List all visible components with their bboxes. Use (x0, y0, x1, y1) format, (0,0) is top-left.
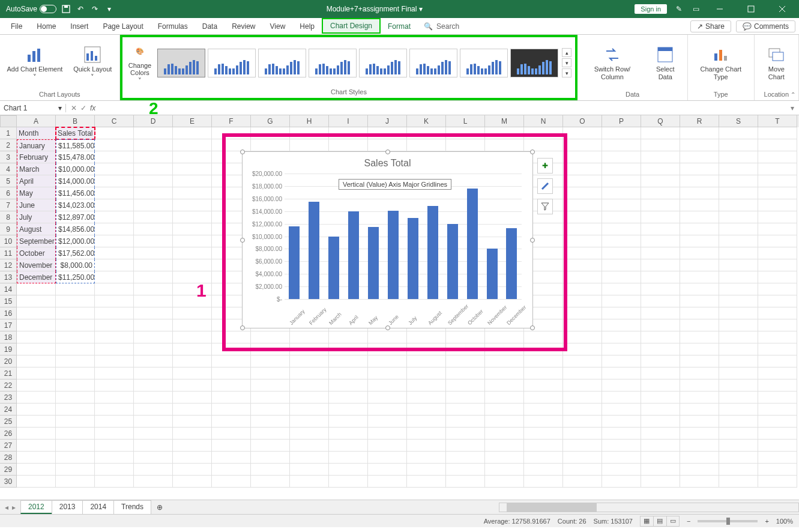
cell[interactable] (95, 283, 134, 295)
cell[interactable] (680, 391, 719, 404)
cell[interactable] (95, 404, 134, 416)
cell[interactable] (95, 428, 134, 440)
cell[interactable] (485, 428, 524, 440)
select-data-button[interactable]: Select Data (647, 43, 684, 82)
cell[interactable]: June (17, 199, 56, 211)
cell[interactable] (641, 440, 680, 452)
cell[interactable] (446, 476, 485, 488)
cell[interactable] (524, 440, 563, 452)
chart-style-thumb[interactable] (359, 49, 407, 77)
cell[interactable] (368, 127, 407, 139)
cell[interactable] (134, 440, 173, 452)
cell[interactable] (134, 295, 173, 307)
cell[interactable] (134, 127, 173, 139)
styles-more-icon[interactable]: ▾ (562, 68, 571, 77)
cell[interactable] (641, 428, 680, 440)
cell[interactable] (719, 476, 758, 488)
cell[interactable] (290, 440, 329, 452)
cell[interactable] (719, 355, 758, 367)
cell[interactable] (134, 355, 173, 367)
cell[interactable] (368, 476, 407, 488)
cell[interactable] (602, 271, 641, 283)
cell[interactable] (524, 331, 563, 343)
cell[interactable] (17, 464, 56, 476)
cell[interactable] (446, 355, 485, 367)
cell[interactable] (680, 151, 719, 163)
cell[interactable] (329, 331, 368, 343)
column-header[interactable]: I (329, 115, 368, 127)
share-button[interactable]: ↗ Share (690, 20, 731, 32)
cell[interactable] (134, 211, 173, 223)
cell[interactable] (173, 404, 212, 416)
cell[interactable] (524, 391, 563, 404)
row-header[interactable]: 30 (0, 476, 17, 488)
row-header[interactable]: 15 (0, 295, 17, 307)
cell[interactable]: $12,897.00 (56, 211, 95, 223)
add-sheet-button[interactable]: ⊕ (151, 503, 169, 512)
cell[interactable] (17, 307, 56, 319)
cell[interactable] (758, 331, 797, 343)
cell[interactable] (134, 271, 173, 283)
cell[interactable] (758, 163, 797, 175)
cell[interactable] (173, 235, 212, 247)
cell[interactable] (56, 404, 95, 416)
chart-style-thumb[interactable] (409, 49, 457, 77)
cell[interactable]: September (17, 235, 56, 247)
cell[interactable] (368, 440, 407, 452)
column-header[interactable]: O (563, 115, 602, 127)
cell[interactable] (56, 367, 95, 379)
cell[interactable] (563, 283, 602, 295)
cell[interactable] (680, 355, 719, 367)
cell[interactable] (212, 428, 251, 440)
cell[interactable] (95, 379, 134, 391)
cell[interactable] (56, 343, 95, 355)
cell[interactable] (719, 295, 758, 307)
cell[interactable] (602, 151, 641, 163)
search-box[interactable]: 🔍 Search (424, 22, 459, 31)
cell[interactable] (212, 404, 251, 416)
cell[interactable] (563, 379, 602, 391)
cell[interactable] (95, 187, 134, 199)
cell[interactable] (407, 367, 446, 379)
cell[interactable] (758, 151, 797, 163)
cell[interactable] (758, 416, 797, 428)
cell[interactable] (407, 379, 446, 391)
cell[interactable] (95, 416, 134, 428)
cell[interactable] (563, 355, 602, 367)
cell[interactable] (641, 271, 680, 283)
row-header[interactable]: 19 (0, 343, 17, 355)
cell[interactable] (251, 331, 290, 343)
chart-bar[interactable] (309, 202, 319, 299)
cell[interactable] (680, 440, 719, 452)
cell[interactable] (641, 259, 680, 271)
cell[interactable] (485, 404, 524, 416)
cell[interactable] (758, 440, 797, 452)
cell[interactable] (251, 404, 290, 416)
cell[interactable] (212, 355, 251, 367)
chart-style-thumb[interactable] (309, 49, 357, 77)
cell[interactable] (56, 428, 95, 440)
cell[interactable] (56, 379, 95, 391)
cell[interactable] (719, 331, 758, 343)
cell[interactable] (680, 307, 719, 319)
cell[interactable]: $14,023.00 (56, 199, 95, 211)
cell[interactable] (719, 163, 758, 175)
cell[interactable] (446, 127, 485, 139)
cell[interactable] (563, 235, 602, 247)
cell[interactable] (680, 295, 719, 307)
cell[interactable] (641, 247, 680, 259)
close-button[interactable] (770, 0, 794, 18)
cell[interactable]: December (17, 271, 56, 283)
cell[interactable] (446, 464, 485, 476)
cell[interactable] (95, 199, 134, 211)
cell[interactable] (290, 379, 329, 391)
cell[interactable] (641, 476, 680, 488)
column-header[interactable]: S (719, 115, 758, 127)
cell[interactable] (719, 416, 758, 428)
cell[interactable] (446, 440, 485, 452)
cell[interactable] (290, 355, 329, 367)
cell[interactable] (563, 211, 602, 223)
cell[interactable] (719, 175, 758, 187)
cell[interactable] (602, 283, 641, 295)
cell[interactable] (563, 151, 602, 163)
